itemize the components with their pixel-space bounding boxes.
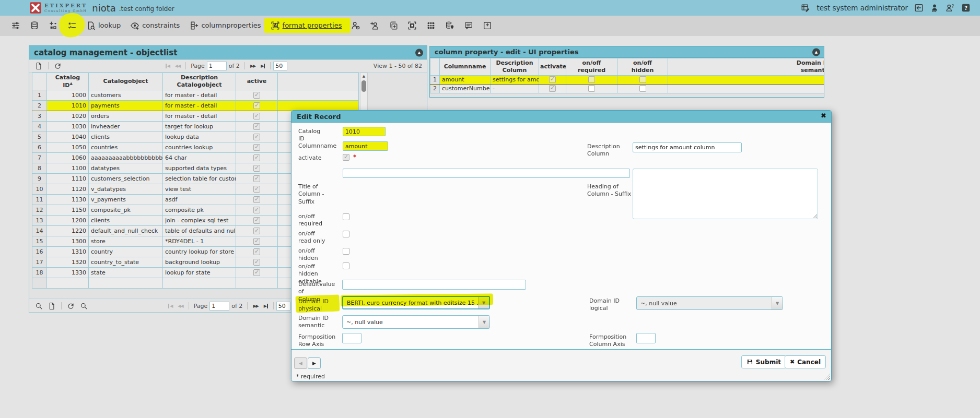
- column-header[interactable]: Catalogobject: [89, 73, 163, 90]
- checked-checkbox[interactable]: [253, 259, 260, 266]
- columnproperties-button[interactable]: columnproperties: [184, 18, 265, 33]
- column-header[interactable]: [32, 73, 47, 90]
- grid-icon[interactable]: [422, 18, 440, 33]
- submit-button[interactable]: Submit: [741, 355, 786, 368]
- first-page-button[interactable]: ◀: [166, 304, 175, 308]
- checked-checkbox[interactable]: [253, 186, 260, 193]
- domain-id-physical-select[interactable]: BERTI, euro currency format with editsiz…: [342, 296, 490, 309]
- checked-checkbox[interactable]: [549, 85, 556, 92]
- page-number-input[interactable]: [207, 62, 227, 70]
- checked-checkbox[interactable]: [253, 248, 260, 255]
- checked-checkbox[interactable]: [549, 76, 556, 83]
- user-settings-icon[interactable]: [346, 18, 365, 33]
- checklist-icon[interactable]: [63, 18, 81, 33]
- checked-checkbox[interactable]: [253, 238, 260, 245]
- checked-checkbox[interactable]: [253, 113, 260, 120]
- page-number-input[interactable]: [209, 302, 229, 310]
- onoff-readonly-checkbox[interactable]: [343, 231, 349, 237]
- user-icon[interactable]: [930, 3, 939, 13]
- checked-checkbox[interactable]: [253, 196, 260, 203]
- title-suffix-field[interactable]: [343, 169, 630, 178]
- database-pin-icon[interactable]: [440, 18, 459, 33]
- close-icon[interactable]: ✖: [821, 112, 826, 120]
- previous-record-button[interactable]: ◀: [294, 357, 307, 369]
- checked-checkbox[interactable]: [253, 123, 260, 130]
- column-header[interactable]: activate: [539, 58, 566, 76]
- add-frame-icon[interactable]: [478, 18, 497, 33]
- scrollbar-thumb[interactable]: [361, 80, 366, 92]
- unchecked-checkbox[interactable]: [588, 76, 595, 83]
- next-page-button[interactable]: ▶▶: [250, 304, 261, 308]
- chevron-down-icon[interactable]: ▼: [478, 297, 489, 308]
- checked-checkbox[interactable]: [253, 175, 260, 182]
- checked-checkbox[interactable]: [253, 228, 260, 234]
- constraints-button[interactable]: constraints: [125, 18, 184, 33]
- onoff-hidden-checkbox[interactable]: [343, 248, 349, 255]
- catalog-id-field[interactable]: [343, 127, 386, 136]
- comment-icon[interactable]: [459, 18, 478, 33]
- column-header[interactable]: [430, 58, 440, 76]
- column-header[interactable]: on/off hidden: [617, 58, 668, 76]
- lookup-button[interactable]: lookup: [81, 18, 125, 33]
- defaultvalue-field[interactable]: [342, 280, 526, 290]
- column-header[interactable]: Description Column: [491, 58, 539, 76]
- resize-handle[interactable]: [824, 374, 830, 380]
- column-header[interactable]: active: [236, 73, 278, 90]
- checked-checkbox[interactable]: [253, 134, 260, 140]
- help-icon[interactable]: ?: [961, 3, 971, 13]
- checked-checkbox[interactable]: [253, 165, 260, 172]
- prev-page-button[interactable]: ◀◀: [175, 304, 185, 308]
- last-page-button[interactable]: ▶: [261, 304, 271, 308]
- heading-suffix-field[interactable]: [633, 169, 818, 219]
- first-page-button[interactable]: ◀: [163, 64, 172, 68]
- checked-checkbox[interactable]: [253, 154, 260, 161]
- chevron-down-icon[interactable]: ▼: [772, 297, 783, 309]
- domain-id-semantic-select[interactable]: ~, null value ▼: [342, 315, 490, 329]
- formposition-row-field[interactable]: [342, 333, 361, 343]
- checked-checkbox[interactable]: [253, 207, 260, 213]
- checked-checkbox[interactable]: [253, 217, 260, 224]
- column-header[interactable]: Domain ID semantic: [668, 58, 824, 76]
- table-row[interactable]: 11000customersfor master - detail: [32, 90, 359, 101]
- add-user-icon[interactable]: [365, 18, 384, 33]
- domain-id-logical-select[interactable]: ~, null value ▼: [636, 296, 783, 310]
- prev-page-button[interactable]: ◀◀: [172, 64, 183, 68]
- chevron-down-icon[interactable]: ▼: [479, 316, 489, 328]
- last-page-button[interactable]: ▶: [258, 64, 267, 68]
- format-properties-button[interactable]: Aformat properties: [266, 18, 347, 33]
- column-header[interactable]: Columnname: [440, 58, 491, 76]
- database-icon[interactable]: [25, 18, 44, 33]
- scroll-up-icon[interactable]: ▲: [363, 73, 365, 79]
- next-page-button[interactable]: ▶▶: [248, 64, 258, 68]
- new-record-icon[interactable]: [32, 62, 45, 70]
- activate-checkbox[interactable]: [343, 154, 349, 161]
- collapse-panel-button[interactable]: ▲: [415, 49, 423, 56]
- columnname-field[interactable]: [343, 141, 388, 151]
- data-edit-icon[interactable]: [801, 3, 810, 13]
- copy-pages-icon[interactable]: [384, 18, 403, 33]
- unchecked-checkbox[interactable]: [588, 85, 595, 92]
- column-header[interactable]: on/off required: [566, 58, 617, 76]
- page-size-input[interactable]: [273, 62, 287, 70]
- table-row[interactable]: 1amountsettings for amount column: [430, 75, 824, 84]
- collapse-panel-button[interactable]: ▲: [812, 48, 820, 56]
- table-row[interactable]: 2customerNumber-: [430, 84, 824, 93]
- checked-checkbox[interactable]: [253, 269, 260, 276]
- table-row[interactable]: 21010paymentsfor master - detail: [32, 101, 359, 111]
- user-help-icon[interactable]: ?: [946, 3, 955, 13]
- onoff-required-checkbox[interactable]: [343, 213, 349, 220]
- logout-icon[interactable]: [914, 3, 924, 13]
- frame-image-icon[interactable]: [403, 18, 422, 33]
- formposition-column-field[interactable]: [636, 333, 656, 343]
- description-column-field[interactable]: [633, 142, 742, 152]
- onoff-hidden-editable-checkbox[interactable]: [343, 262, 349, 269]
- cancel-button[interactable]: ✖ Cancel: [785, 355, 826, 368]
- column-header[interactable]: Catalog ID▲: [47, 73, 89, 90]
- checked-checkbox[interactable]: [253, 144, 260, 151]
- checked-checkbox[interactable]: [253, 102, 260, 109]
- unchecked-checkbox[interactable]: [639, 76, 646, 83]
- next-record-button[interactable]: ▶: [308, 357, 321, 369]
- refresh-icon[interactable]: [51, 62, 64, 70]
- page-size-input[interactable]: [276, 302, 290, 310]
- adjust-sliders-icon[interactable]: [6, 18, 25, 33]
